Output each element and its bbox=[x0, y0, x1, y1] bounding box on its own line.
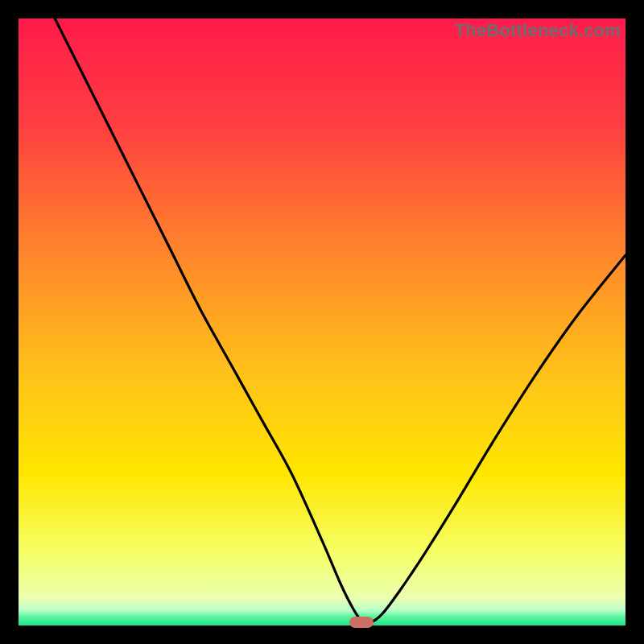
bottleneck-plot bbox=[19, 19, 625, 625]
chart-frame: TheBottleneck.com bbox=[19, 19, 625, 625]
optimal-marker bbox=[349, 617, 374, 628]
watermark-label: TheBottleneck.com bbox=[455, 20, 621, 41]
gradient-background bbox=[19, 19, 625, 625]
